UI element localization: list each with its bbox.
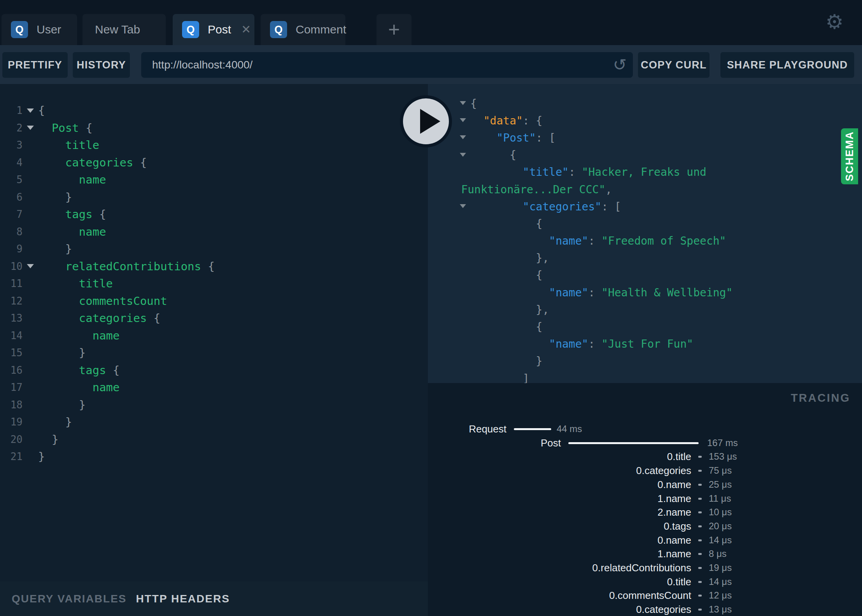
query-variables-tab[interactable]: QUERY VARIABLES bbox=[12, 593, 127, 605]
punct-token: : { bbox=[523, 114, 543, 127]
tracing-row: 0.name25 μs bbox=[428, 478, 862, 491]
fold-arrow-icon[interactable] bbox=[27, 264, 34, 268]
line-number: 2 bbox=[0, 122, 23, 134]
copy-curl-button[interactable]: COPY CURL bbox=[638, 52, 710, 78]
schema-tab[interactable]: SCHEMA bbox=[841, 128, 858, 184]
editor-line[interactable]: 17name bbox=[0, 379, 428, 396]
tracing-value: 25 μs bbox=[709, 478, 732, 491]
tab-user[interactable]: QUser bbox=[2, 14, 77, 45]
tracing-row: Post167 ms bbox=[428, 437, 862, 449]
tracing-label: 0.title bbox=[667, 576, 691, 588]
history-button[interactable]: HISTORY bbox=[73, 52, 130, 78]
tab-label: New Tab bbox=[95, 23, 140, 36]
editor-line[interactable]: 13categories { bbox=[0, 310, 428, 327]
share-playground-button[interactable]: SHARE PLAYGROUND bbox=[720, 52, 854, 78]
line-number: 4 bbox=[0, 157, 23, 168]
execute-button[interactable] bbox=[400, 95, 452, 147]
json-key-data: "data" bbox=[484, 114, 523, 127]
tab-post[interactable]: QPost✕ bbox=[173, 14, 254, 45]
collapse-arrow-icon[interactable] bbox=[460, 135, 466, 139]
editor-line[interactable]: 5name bbox=[0, 171, 428, 189]
punct-token: , bbox=[605, 183, 612, 196]
editor-line[interactable]: 4categories { bbox=[0, 154, 428, 172]
punct-token: }, bbox=[536, 252, 549, 264]
tracing-row: 2.name10 μs bbox=[428, 506, 862, 518]
tab-new-tab[interactable]: New Tab bbox=[82, 14, 166, 45]
response-text: { bbox=[536, 320, 543, 333]
editor-line[interactable]: 2Post { bbox=[0, 119, 428, 137]
editor-line[interactable]: 10relatedContributions { bbox=[0, 258, 428, 275]
line-number: 19 bbox=[0, 416, 23, 428]
editor-line[interactable]: 6} bbox=[0, 189, 428, 206]
prettify-button[interactable]: PRETTIFY bbox=[2, 52, 68, 78]
editor-line[interactable]: 9} bbox=[0, 240, 428, 258]
collapse-arrow-icon[interactable] bbox=[460, 204, 466, 208]
line-number: 13 bbox=[0, 312, 23, 324]
endpoint-url-input[interactable] bbox=[141, 52, 633, 78]
http-headers-tab[interactable]: HTTP HEADERS bbox=[136, 593, 230, 605]
code-text: } bbox=[38, 415, 72, 429]
editor-line[interactable]: 14name bbox=[0, 327, 428, 345]
line-number: 15 bbox=[0, 347, 23, 359]
fold-arrow-icon[interactable] bbox=[27, 126, 34, 130]
field-token: relatedContributions bbox=[65, 260, 201, 273]
response-text: "name": "Health & Wellbeing" bbox=[549, 286, 732, 299]
editor-line[interactable]: 18} bbox=[0, 396, 428, 414]
settings-gear-icon[interactable]: ⚙ bbox=[825, 10, 844, 33]
fold-gutter[interactable] bbox=[23, 108, 38, 113]
new-tab-button[interactable]: + bbox=[377, 14, 412, 45]
punct-token: : bbox=[588, 234, 601, 247]
punct-token: { bbox=[536, 320, 543, 333]
punct-token: } bbox=[79, 346, 86, 359]
editor-line[interactable]: 19} bbox=[0, 413, 428, 431]
json-key: "categories" bbox=[523, 200, 601, 213]
response-text: }, bbox=[536, 252, 549, 264]
tracing-dash-icon bbox=[698, 581, 702, 583]
code-text: Post { bbox=[38, 121, 93, 135]
tracing-dash-icon bbox=[698, 609, 702, 611]
json-key: "name" bbox=[549, 286, 588, 299]
editor-line[interactable]: 7tags { bbox=[0, 206, 428, 223]
tracing-value: 13 μs bbox=[709, 603, 732, 616]
punct-token: ] bbox=[523, 372, 529, 383]
fold-gutter[interactable] bbox=[23, 264, 38, 268]
editor-line[interactable]: 21} bbox=[0, 448, 428, 466]
tracing-dash-icon bbox=[698, 539, 702, 541]
fold-arrow-icon[interactable] bbox=[27, 108, 34, 113]
tab-comment[interactable]: QComment bbox=[261, 14, 345, 45]
collapse-arrow-icon[interactable] bbox=[460, 101, 466, 105]
close-icon[interactable]: ✕ bbox=[241, 24, 251, 35]
response-text: "name": "Just For Fun" bbox=[549, 338, 693, 350]
tab-bar: + ⚙ QUserNew TabQPost✕QComment bbox=[0, 0, 862, 45]
response-line: { bbox=[428, 318, 862, 335]
editor-line[interactable]: 1{ bbox=[0, 102, 428, 119]
editor-line[interactable]: 8name bbox=[0, 223, 428, 241]
tracing-row: 0.name14 μs bbox=[428, 534, 862, 546]
tracing-row: 1.name8 μs bbox=[428, 548, 862, 560]
tracing-value: 153 μs bbox=[709, 450, 737, 463]
tracing-dash-icon bbox=[698, 456, 702, 458]
editor-line[interactable]: 3title bbox=[0, 136, 428, 154]
editor-line[interactable]: 20} bbox=[0, 431, 428, 448]
json-string: "Freedom of Speech" bbox=[601, 234, 726, 247]
json-string: "Health & Wellbeing" bbox=[601, 286, 732, 299]
editor-line[interactable]: 16tags { bbox=[0, 362, 428, 379]
response-text: { bbox=[470, 97, 477, 110]
refresh-icon[interactable]: ↺ bbox=[613, 55, 627, 74]
collapse-arrow-icon[interactable] bbox=[460, 153, 466, 157]
code-text: } bbox=[38, 191, 72, 204]
fold-gutter[interactable] bbox=[23, 126, 38, 130]
editor-line[interactable]: 15} bbox=[0, 344, 428, 362]
tracing-label: 0.tags bbox=[664, 520, 691, 532]
punct-token: : [ bbox=[601, 200, 621, 213]
code-text: tags { bbox=[38, 364, 120, 377]
endpoint-url-field[interactable]: ↺ bbox=[141, 52, 633, 78]
collapse-arrow-icon[interactable] bbox=[460, 118, 466, 122]
tracing-panel: TRACING Request44 msPost167 ms0.title153… bbox=[428, 383, 862, 616]
query-editor[interactable]: 1{2Post {3title4categories {5name6}7tags… bbox=[0, 84, 428, 581]
editor-line[interactable]: 11title bbox=[0, 275, 428, 292]
editor-line[interactable]: 12commentsCount bbox=[0, 292, 428, 310]
punct-token: } bbox=[52, 433, 58, 446]
tracing-value: 75 μs bbox=[709, 464, 732, 477]
tracing-label: 0.categories bbox=[636, 603, 691, 616]
